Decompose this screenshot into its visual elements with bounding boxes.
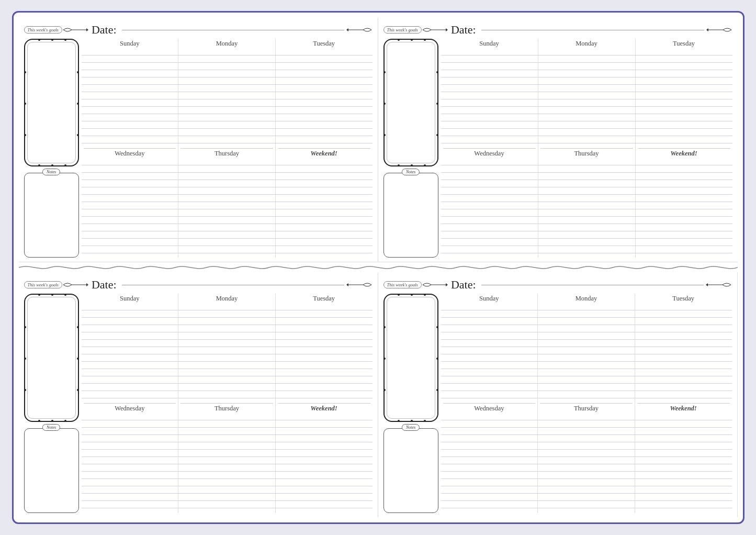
notes-frame-q1[interactable]: Notes [24, 173, 79, 258]
thursday-label-q3: Thursday [178, 404, 275, 413]
goals-frame-q3[interactable] [24, 294, 79, 422]
wednesday-label-q3: Wednesday [82, 404, 178, 413]
weekend-lines-q2[interactable] [636, 158, 732, 258]
goals-notes-col-q4: Notes [383, 294, 438, 513]
quadrant-1: This week's goals Date: [19, 18, 378, 262]
header-q3: This week's goals Date: [24, 277, 373, 293]
planner-page: This week's goals Date: [12, 11, 744, 524]
leaf-arrow-left-q3 [62, 281, 88, 289]
monday-lines-q3[interactable] [178, 303, 275, 403]
header-q2: This week's goals Date: [383, 22, 732, 38]
arrow-right-q1 [346, 26, 373, 34]
thursday-label-q4: Thursday [538, 404, 635, 413]
body-q3: Notes Sunday Wednesday Monday [24, 294, 373, 513]
goals-frame-q2[interactable] [383, 39, 438, 166]
notes-frame-q3[interactable]: Notes [24, 428, 79, 513]
sunday-lines-q4[interactable] [441, 303, 538, 403]
svg-marker-14 [706, 283, 708, 286]
sunday-label-q4: Sunday [441, 294, 538, 303]
tuesday-label-q4: Tuesday [635, 294, 732, 303]
weekend-lines-q4[interactable] [635, 413, 732, 513]
tuesday-lines-q2[interactable] [636, 48, 732, 148]
monday-col-q2: Monday Thursday [538, 39, 635, 258]
body-q1: Notes Sunday Wednesday Monday [24, 39, 373, 258]
date-label-q4: Date: [451, 278, 476, 292]
tuesday-col-q3: Tuesday Weekend! [275, 294, 373, 513]
leaf-arrow-left-q2 [422, 26, 448, 34]
wednesday-label-q4: Wednesday [441, 404, 538, 413]
svg-marker-5 [446, 28, 448, 31]
wednesday-lines-q4[interactable] [441, 413, 538, 513]
monday-label-q2: Monday [538, 39, 635, 48]
sunday-label-q1: Sunday [82, 39, 178, 48]
sunday-col-q1: Sunday Wednesday [81, 39, 178, 258]
thursday-lines-q3[interactable] [178, 413, 275, 513]
sunday-label-q2: Sunday [441, 39, 538, 48]
days-grid-q1: Sunday Wednesday Monday Thursday [81, 39, 373, 258]
notes-frame-q4[interactable]: Notes [383, 428, 438, 513]
weekend-lines-q3[interactable] [276, 413, 373, 513]
sunday-lines-top-q1[interactable] [82, 48, 178, 148]
sunday-lines-q2[interactable] [441, 48, 538, 148]
date-label-q3: Date: [92, 278, 117, 292]
weekend-label-q3: Weekend! [276, 404, 373, 413]
goals-notes-col-q3: Notes [24, 294, 79, 513]
sunday-col-q3: Sunday Wednesday [81, 294, 178, 513]
monday-col-q4: Monday Thursday [537, 294, 635, 513]
notes-tag-q3: Notes [42, 424, 60, 431]
weekend-label-q1: Weekend! [276, 149, 373, 158]
tuesday-col-q1: Tuesday Weekend! [275, 39, 373, 258]
monday-lines-top-q1[interactable] [178, 48, 275, 148]
wednesday-lines-q3[interactable] [82, 413, 178, 513]
goals-frame-q1[interactable] [24, 39, 79, 166]
thursday-lines-q1[interactable] [178, 158, 275, 258]
tuesday-lines-q3[interactable] [276, 303, 373, 403]
weekend-label-q4: Weekend! [635, 404, 732, 413]
monday-lines-q2[interactable] [538, 48, 635, 148]
notes-tag-q2: Notes [402, 169, 420, 175]
thursday-lines-q4[interactable] [538, 413, 635, 513]
body-q2: Notes Sunday Wednesday Monday [383, 39, 732, 258]
monday-col-q1: Monday Thursday [178, 39, 275, 258]
days-grid-q3: Sunday Wednesday Monday Thursday [81, 294, 373, 513]
tuesday-col-q2: Tuesday Weekend! [635, 39, 732, 258]
wavy-divider-svg [19, 263, 738, 272]
weekend-label-q2: Weekend! [636, 149, 732, 158]
thursday-lines-q2[interactable] [538, 158, 635, 258]
notes-frame-q2[interactable]: Notes [383, 173, 438, 258]
svg-marker-13 [446, 283, 448, 286]
tuesday-label-q3: Tuesday [276, 294, 373, 303]
date-label-q2: Date: [451, 23, 476, 37]
arrow-right-q3 [346, 281, 373, 289]
date-label-q1: Date: [92, 23, 117, 37]
tuesday-lines-q4[interactable] [635, 303, 732, 403]
svg-marker-9 [86, 283, 88, 286]
quadrant-2: This week's goals Date: [378, 18, 738, 262]
tuesday-lines-top-q1[interactable] [276, 48, 373, 148]
body-q4: Notes Sunday Wednesday Monday [383, 294, 732, 513]
monday-label-q4: Monday [538, 294, 635, 303]
weekend-lines-q1[interactable] [276, 158, 373, 258]
svg-marker-1 [86, 28, 88, 31]
sunday-lines-q3[interactable] [82, 303, 178, 403]
monday-lines-q4[interactable] [538, 303, 635, 403]
tuesday-label-q2: Tuesday [636, 39, 732, 48]
days-grid-q4: Sunday Wednesday Monday Thursday [441, 294, 732, 513]
wednesday-lines-q1[interactable] [82, 158, 178, 258]
tuesday-col-q4: Tuesday Weekend! [635, 294, 732, 513]
goals-frame-q4[interactable] [383, 294, 438, 422]
wednesday-lines-q2[interactable] [441, 158, 538, 258]
thursday-label-q2: Thursday [538, 149, 635, 158]
header-q4: This week's goals Date: [383, 277, 732, 293]
goals-label-q3: This week's goals [24, 281, 62, 288]
horizontal-divider [19, 262, 738, 273]
monday-col-q3: Monday Thursday [178, 294, 275, 513]
leaf-arrow-left-q4 [422, 281, 448, 289]
thursday-label-q1: Thursday [178, 149, 275, 158]
goals-label-q4: This week's goals [383, 281, 422, 288]
arrow-right-q4 [706, 281, 732, 289]
svg-marker-6 [706, 28, 708, 31]
days-grid-q2: Sunday Wednesday Monday Thursday [441, 39, 732, 258]
wednesday-label-q2: Wednesday [441, 149, 538, 158]
quadrant-3: This week's goals Date: [19, 273, 378, 517]
